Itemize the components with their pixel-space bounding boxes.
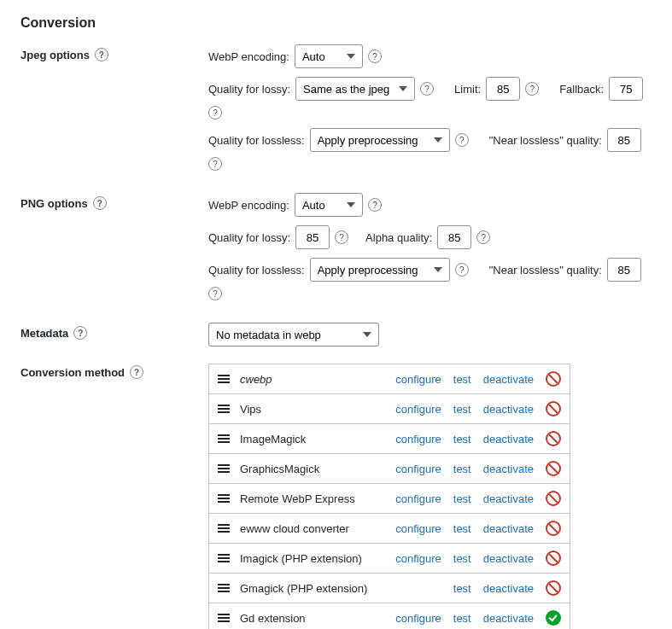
- deactivate-link[interactable]: deactivate: [483, 463, 534, 475]
- fallback-label: Fallback:: [559, 83, 604, 96]
- method-row: GraphicsMagickconfiguretestdeactivate: [218, 461, 561, 476]
- status-blocked-icon: [546, 521, 561, 536]
- method-name: GraphicsMagick: [240, 463, 385, 475]
- drag-handle-icon[interactable]: [218, 584, 230, 592]
- method-actions: configuretestdeactivate: [395, 371, 561, 387]
- drag-handle-icon[interactable]: [218, 434, 230, 443]
- configure-link[interactable]: configure: [395, 552, 441, 565]
- help-icon[interactable]: ?: [368, 198, 382, 212]
- drag-handle-icon[interactable]: [218, 494, 230, 503]
- jpeg-webp-encoding-select[interactable]: Auto: [295, 44, 363, 68]
- configure-link[interactable]: configure: [395, 403, 441, 416]
- method-actions: configuretestdeactivate: [395, 461, 561, 476]
- help-icon[interactable]: ?: [130, 365, 143, 379]
- jpeg-near-lossless-input[interactable]: [607, 128, 641, 152]
- help-icon[interactable]: ?: [95, 48, 108, 61]
- test-link[interactable]: test: [453, 403, 471, 416]
- method-row: Gd extensionconfiguretestdeactivate: [218, 610, 561, 626]
- help-icon[interactable]: ?: [455, 133, 469, 147]
- configure-link[interactable]: configure: [395, 492, 441, 505]
- help-icon[interactable]: ?: [525, 82, 539, 96]
- help-icon[interactable]: ?: [208, 106, 222, 119]
- alpha-quality-label: Alpha quality:: [365, 231, 432, 244]
- test-link[interactable]: test: [453, 373, 471, 386]
- png-quality-lossless-select[interactable]: Apply preprocessing: [310, 258, 450, 282]
- configure-link[interactable]: configure: [395, 612, 441, 625]
- status-blocked-icon: [546, 491, 561, 506]
- conversion-method-table: cwebpconfiguretestdeactivateVipsconfigur…: [208, 364, 570, 629]
- method-row: Remote WebP Expressconfiguretestdeactiva…: [218, 491, 561, 506]
- status-blocked-icon: [546, 580, 561, 596]
- method-name: ewww cloud converter: [240, 522, 385, 535]
- section-title: Conversion: [20, 15, 652, 31]
- method-actions: configuretestdeactivate: [395, 550, 561, 566]
- status-ok-icon: [546, 610, 561, 626]
- method-actions: configuretestdeactivate: [395, 431, 561, 446]
- jpeg-quality-lossy-select[interactable]: Same as the jpeg: [295, 77, 415, 101]
- jpeg-options-label: Jpeg options: [20, 49, 90, 61]
- jpeg-quality-lossless-select[interactable]: Apply preprocessing: [310, 128, 450, 152]
- test-link[interactable]: test: [453, 463, 471, 475]
- test-link[interactable]: test: [453, 433, 471, 446]
- help-icon[interactable]: ?: [208, 157, 222, 171]
- method-row: cwebpconfiguretestdeactivate: [218, 371, 561, 387]
- help-icon[interactable]: ?: [208, 287, 222, 300]
- deactivate-link[interactable]: deactivate: [483, 373, 534, 386]
- test-link[interactable]: test: [453, 612, 471, 625]
- method-actions: configuretestdeactivate: [395, 610, 561, 626]
- test-link[interactable]: test: [453, 522, 471, 535]
- deactivate-link[interactable]: deactivate: [483, 492, 534, 505]
- method-name: Gd extension: [240, 612, 385, 625]
- near-lossless-label: "Near lossless" quality:: [489, 134, 602, 147]
- help-icon[interactable]: ?: [368, 50, 382, 63]
- status-blocked-icon: [546, 401, 561, 416]
- configure-link[interactable]: configure: [395, 463, 441, 475]
- method-actions: configuretestdeactivate: [395, 521, 561, 536]
- help-icon[interactable]: ?: [455, 263, 469, 277]
- conversion-method-label: Conversion method: [20, 366, 125, 379]
- method-actions: configuretestdeactivate: [395, 401, 561, 416]
- method-name: ImageMagick: [240, 433, 385, 446]
- jpeg-limit-input[interactable]: [486, 77, 520, 101]
- drag-handle-icon[interactable]: [218, 464, 230, 473]
- png-webp-encoding-select[interactable]: Auto: [295, 193, 363, 217]
- deactivate-link[interactable]: deactivate: [483, 522, 534, 535]
- method-name: cwebp: [240, 373, 385, 386]
- deactivate-link[interactable]: deactivate: [483, 612, 534, 625]
- configure-link[interactable]: configure: [395, 433, 441, 446]
- method-row: Imagick (PHP extension)configuretestdeac…: [218, 550, 561, 566]
- method-name: Vips: [240, 403, 385, 416]
- deactivate-link[interactable]: deactivate: [483, 403, 534, 416]
- help-icon[interactable]: ?: [476, 230, 490, 244]
- help-icon[interactable]: ?: [93, 196, 107, 210]
- png-near-lossless-input[interactable]: [607, 258, 641, 282]
- drag-handle-icon[interactable]: [218, 614, 230, 622]
- near-lossless-label: "Near lossless" quality:: [489, 264, 602, 277]
- configure-link[interactable]: configure: [395, 373, 441, 386]
- test-link[interactable]: test: [453, 582, 471, 595]
- configure-link[interactable]: configure: [395, 522, 441, 535]
- deactivate-link[interactable]: deactivate: [483, 582, 534, 595]
- quality-lossy-label: Quality for lossy:: [208, 83, 290, 96]
- deactivate-link[interactable]: deactivate: [483, 552, 534, 565]
- drag-handle-icon[interactable]: [218, 405, 230, 413]
- status-blocked-icon: [546, 461, 561, 476]
- help-icon[interactable]: ?: [73, 326, 87, 340]
- test-link[interactable]: test: [453, 492, 471, 505]
- drag-handle-icon[interactable]: [218, 554, 230, 562]
- deactivate-link[interactable]: deactivate: [483, 433, 534, 446]
- png-quality-lossy-input[interactable]: [295, 225, 330, 249]
- help-icon[interactable]: ?: [335, 230, 348, 244]
- status-blocked-icon: [546, 431, 561, 446]
- metadata-select[interactable]: No metadata in webp: [208, 323, 379, 347]
- limit-label: Limit:: [454, 83, 481, 96]
- png-options-label: PNG options: [20, 197, 88, 210]
- method-row: Gmagick (PHP extension)configuretestdeac…: [218, 580, 561, 596]
- webp-encoding-label: WebP encoding:: [208, 199, 289, 212]
- drag-handle-icon[interactable]: [218, 375, 230, 383]
- png-alpha-quality-input[interactable]: [437, 225, 471, 249]
- drag-handle-icon[interactable]: [218, 524, 230, 533]
- help-icon[interactable]: ?: [420, 82, 434, 96]
- jpeg-fallback-input[interactable]: [609, 77, 643, 101]
- test-link[interactable]: test: [453, 552, 471, 565]
